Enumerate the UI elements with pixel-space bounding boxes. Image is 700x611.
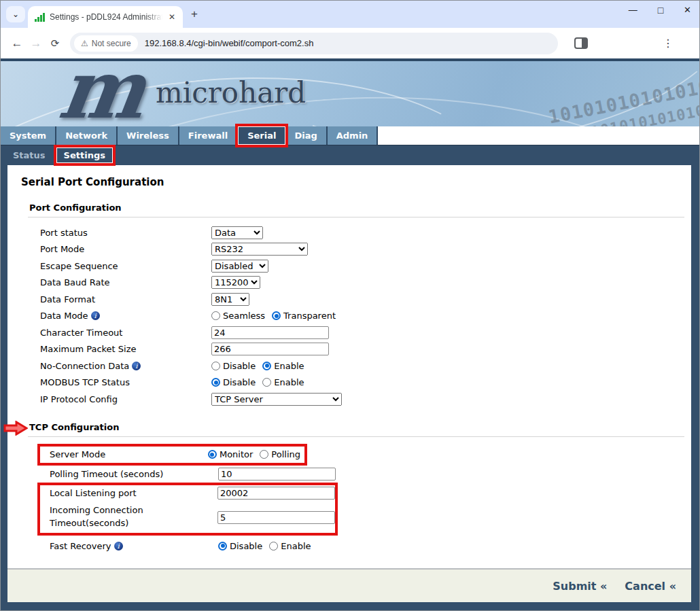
tab-close-icon[interactable]: ✕ — [167, 12, 177, 22]
field-row-character-timeout: Character Timeout — [40, 324, 691, 341]
site-security-chip[interactable]: ⚠ Not secure — [74, 35, 138, 52]
window-close-button[interactable]: ✕ — [684, 5, 691, 16]
red-arrow-annotation — [3, 421, 28, 436]
field-row-modbus-tcp-status: MODBUS TCP Status Disable Enable — [40, 374, 691, 391]
radio-option-enable[interactable]: Enable — [262, 377, 304, 387]
radio-unchecked[interactable] — [211, 362, 220, 370]
section-rule — [28, 436, 684, 437]
port-status-select[interactable]: Data — [211, 226, 263, 239]
radio-checked[interactable] — [272, 311, 281, 320]
radio-label: Enable — [274, 377, 304, 387]
field-row-local-listening-port: Local Listening port — [40, 485, 335, 502]
bottom-navy-bar — [1, 602, 699, 611]
reload-button[interactable]: ⟳ — [46, 37, 65, 50]
back-button[interactable]: ← — [7, 37, 27, 50]
nav-tab-diag[interactable]: Diag — [285, 126, 327, 145]
radio-option-disable[interactable]: Disable — [218, 541, 262, 551]
side-panel-icon[interactable] — [574, 37, 588, 49]
incoming-connection-timeout-input[interactable] — [217, 511, 335, 524]
section-heading-tcp-configuration: TCP Configuration — [29, 422, 691, 432]
subnav-tab-settings[interactable]: Settings — [56, 147, 113, 163]
info-icon[interactable]: i — [91, 311, 100, 320]
field-row-server-mode: Server Mode Monitor Polling — [40, 447, 304, 464]
window-minimize-button[interactable]: — — [629, 5, 637, 16]
settings-page: Serial Port Configuration Port Configura… — [7, 165, 691, 568]
field-label: Data Mode i — [40, 311, 211, 321]
nav-tab-serial[interactable]: Serial — [238, 126, 285, 145]
subnav-tab-status[interactable]: Status — [6, 148, 52, 162]
section-heading-port-configuration: Port Configuration — [29, 203, 691, 213]
window-maximize-button[interactable]: □ — [658, 5, 663, 16]
data-format-select[interactable]: 8N1 — [211, 293, 249, 306]
field-label: Maximum Packet Size — [40, 344, 211, 354]
field-label-line1: Incoming Connection — [50, 505, 143, 515]
radio-option-monitor[interactable]: Monitor — [208, 449, 253, 459]
field-label: Polling Timeout (seconds) — [50, 469, 218, 479]
radio-checked[interactable] — [218, 542, 227, 551]
tab-title: Settings - pDDL924 Administrat — [50, 12, 162, 22]
field-row-maximum-packet-size: Maximum Packet Size — [40, 341, 691, 358]
radio-checked[interactable] — [211, 378, 220, 387]
radio-option-polling[interactable]: Polling — [260, 449, 300, 459]
field-row-fast-recovery: Fast Recovery i Disable Enable — [50, 538, 691, 555]
field-label: No-Connection Data i — [40, 361, 211, 371]
nav-tab-network[interactable]: Network — [56, 126, 118, 145]
field-row-data-format: Data Format 8N1 — [40, 291, 691, 308]
polling-timeout-input[interactable] — [218, 468, 336, 481]
browser-toolbar: ← → ⟳ ⚠ Not secure 192.168.8.4/cgi-bin/w… — [1, 28, 699, 58]
field-label: Port Mode — [40, 244, 211, 254]
radio-option-enable[interactable]: Enable — [262, 361, 304, 371]
info-icon[interactable]: i — [132, 362, 141, 370]
browser-tab[interactable]: Settings - pDDL924 Administrat ✕ — [28, 6, 183, 28]
cancel-button[interactable]: Cancel « — [625, 580, 676, 593]
url-text[interactable]: 192.168.8.4/cgi-bin/webif/comport-com2.s… — [145, 38, 314, 48]
radio-checked[interactable] — [208, 450, 217, 459]
radio-label: Disable — [223, 361, 256, 371]
radio-checked[interactable] — [262, 362, 271, 370]
forward-button[interactable]: → — [27, 37, 46, 50]
local-listening-port-input[interactable] — [217, 487, 335, 500]
address-bar[interactable]: ⚠ Not secure 192.168.8.4/cgi-bin/webif/c… — [70, 33, 558, 54]
field-row-data-mode: Data Mode i Seamless Transparent — [40, 308, 691, 325]
radio-unchecked[interactable] — [269, 542, 278, 551]
field-row-polling-timeout: Polling Timeout (seconds) — [50, 466, 691, 483]
radio-option-enable[interactable]: Enable — [269, 541, 311, 551]
radio-unchecked[interactable] — [211, 311, 220, 320]
radio-option-disable[interactable]: Disable — [211, 361, 256, 371]
field-row-incoming-connection-timeout: Incoming Connection Timeout(seconds) — [40, 502, 335, 533]
radio-unchecked[interactable] — [262, 378, 271, 387]
field-row-port-status: Port status Data — [40, 224, 691, 241]
radio-unchecked[interactable] — [260, 450, 268, 459]
field-label-text: No-Connection Data — [40, 361, 129, 371]
radio-option-disable[interactable]: Disable — [211, 377, 256, 387]
escape-sequence-select[interactable]: Disabled — [211, 260, 268, 273]
menu-kebab-icon[interactable]: ⋮ — [663, 37, 673, 50]
section-heading-text: TCP Configuration — [29, 422, 119, 432]
nav-tab-wireless[interactable]: Wireless — [118, 126, 179, 145]
radio-label: Seamless — [223, 311, 265, 321]
data-baud-rate-select[interactable]: 115200 — [211, 276, 260, 289]
port-mode-select[interactable]: RS232 — [211, 243, 308, 256]
field-row-port-mode: Port Mode RS232 — [40, 241, 691, 258]
radio-option-seamless[interactable]: Seamless — [211, 311, 265, 321]
field-label: Port status — [40, 228, 211, 238]
warning-icon: ⚠ — [81, 39, 88, 48]
server-mode-radios: Monitor Polling — [208, 449, 304, 459]
nav-tab-system[interactable]: System — [1, 126, 56, 145]
submit-button[interactable]: Submit « — [553, 580, 607, 593]
tab-search-button[interactable]: ⌄ — [6, 6, 25, 22]
nav-tab-admin[interactable]: Admin — [328, 126, 379, 145]
security-label: Not secure — [92, 39, 131, 48]
main-nav: System Network Wireless Firewall Serial … — [1, 126, 699, 145]
browser-titlebar: ⌄ Settings - pDDL924 Administrat ✕ + — □… — [1, 1, 699, 28]
nav-tab-firewall[interactable]: Firewall — [179, 126, 238, 145]
maximum-packet-size-input[interactable] — [211, 343, 329, 355]
footer-bar: Submit « Cancel « — [7, 570, 691, 602]
field-label: Server Mode — [50, 449, 208, 459]
info-icon[interactable]: i — [114, 542, 123, 551]
radio-option-transparent[interactable]: Transparent — [272, 311, 336, 321]
new-tab-button[interactable]: + — [191, 7, 198, 21]
signal-bars-favicon — [35, 12, 46, 22]
ip-protocol-config-select[interactable]: TCP Server — [211, 393, 342, 406]
character-timeout-input[interactable] — [211, 326, 329, 339]
